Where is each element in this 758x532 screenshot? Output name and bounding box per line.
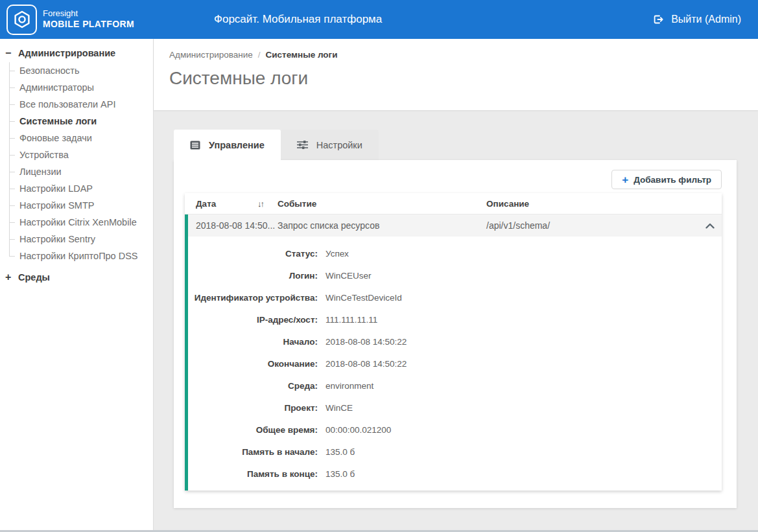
detail-label: Память в конце: [188, 469, 318, 479]
detail-value: 135.0 б [326, 469, 722, 479]
sort-icon[interactable]: ↓↑ [257, 199, 278, 209]
tab-panel: + Добавить фильтр Дата ↓↑ Событие Описан… [174, 160, 737, 508]
sidebar-item-environments[interactable]: + Среды [0, 268, 153, 286]
tab-settings[interactable]: Настройки [281, 130, 379, 160]
foresight-logo-icon [12, 10, 32, 29]
detail-label: Идентификатор устройства: [188, 293, 318, 303]
column-header-event: Событие [278, 199, 486, 209]
detail-label: Начало: [188, 337, 318, 347]
sidebar-children: Безопасность Администраторы Все пользова… [9, 62, 153, 264]
log-details: Статус: Успех Логин: WinCEUser Идентифик… [188, 237, 722, 491]
add-filter-button[interactable]: + Добавить фильтр [611, 170, 722, 189]
detail-value: 2018-08-08 14:50:22 [326, 337, 722, 347]
brand-product: MOBILE PLATFORM [43, 19, 134, 30]
detail-label: Проект: [188, 403, 318, 413]
detail-row-start: Начало: 2018-08-08 14:50:22 [188, 330, 722, 353]
expanded-log-entry: 2018-08-08 14:50... Запрос списка ресурс… [185, 214, 722, 491]
sidebar-item-licenses[interactable]: Лицензии [9, 163, 153, 180]
breadcrumb: Администрирование / Системные логи [169, 50, 758, 60]
tabs: Управление Настройки [174, 130, 758, 160]
table-row[interactable]: 2018-08-08 14:50... Запрос списка ресурс… [188, 214, 722, 237]
brand-name: Foresight [43, 8, 134, 19]
detail-row-environment: Среда: environment [188, 375, 722, 397]
detail-row-login: Логин: WinCEUser [188, 264, 722, 286]
detail-row-status: Статус: Успех [188, 242, 722, 264]
detail-value: WinCE [326, 403, 722, 413]
detail-value: WinCeTestDeviceId [326, 293, 722, 303]
main-content: Администрирование / Системные логи Систе… [154, 39, 758, 530]
column-header-date[interactable]: Дата [196, 199, 257, 209]
logs-table: Дата ↓↑ Событие Описание 2018-08-08 14:5… [185, 193, 722, 491]
detail-label: Общее время: [188, 425, 318, 435]
detail-value: 135.0 б [326, 447, 722, 457]
breadcrumb-parent[interactable]: Администрирование [169, 50, 253, 60]
cell-date: 2018-08-08 14:50... [196, 220, 278, 231]
sidebar-item-citrix-settings[interactable]: Настройки Citrix XenMobile [9, 214, 153, 231]
detail-label: Логин: [188, 271, 318, 281]
cell-event: Запрос списка ресурсов [278, 220, 486, 231]
plus-icon: + [622, 174, 628, 185]
detail-row-end: Окончание: 2018-08-08 14:50:22 [188, 353, 722, 375]
sidebar-item-ldap-settings[interactable]: Настройки LDAP [9, 180, 153, 197]
chevron-up-icon [705, 223, 715, 229]
table-header-row: Дата ↓↑ Событие Описание [185, 193, 722, 214]
app-header: Foresight MOBILE PLATFORM Форсайт. Мобил… [0, 0, 758, 39]
page-header: Администрирование / Системные логи Систе… [154, 39, 758, 110]
detail-value: environment [326, 381, 722, 391]
sidebar-item-cryptopro-settings[interactable]: Настройки КриптоПро DSS [9, 248, 153, 264]
sidebar-item-label: Администрирование [18, 48, 115, 58]
collapse-icon[interactable]: − [5, 47, 18, 59]
sidebar-item-security[interactable]: Безопасность [9, 62, 153, 79]
sidebar-item-devices[interactable]: Устройства [9, 146, 153, 163]
tab-management[interactable]: Управление [174, 130, 281, 160]
sidebar-item-administration[interactable]: − Администрирование [0, 44, 153, 62]
app-logo [6, 5, 37, 35]
add-filter-label: Добавить фильтр [634, 175, 711, 185]
tab-label: Настройки [316, 140, 362, 150]
collapse-row-button[interactable] [698, 223, 722, 229]
detail-label: Статус: [188, 249, 318, 259]
detail-value: 111.111.11.11 [326, 315, 722, 325]
sliders-icon [297, 140, 308, 150]
detail-label: Память в начале: [188, 447, 318, 457]
expand-icon[interactable]: + [5, 272, 18, 283]
detail-value: WinCEUser [326, 271, 722, 281]
detail-value: 00:00:00.021200 [326, 425, 722, 435]
detail-row-memory-start: Память в начале: 135.0 б [188, 441, 722, 463]
app-title: Форсайт. Мобильная платформа [214, 13, 382, 26]
logout-icon [652, 14, 664, 25]
detail-value: 2018-08-08 14:50:22 [326, 359, 722, 369]
column-header-description: Описание [486, 199, 698, 209]
detail-row-memory-end: Память в конце: 135.0 б [188, 463, 722, 485]
sidebar-item-administrators[interactable]: Администраторы [9, 79, 153, 96]
sidebar-item-sentry-settings[interactable]: Настройки Sentry [9, 231, 153, 248]
detail-label: Среда: [188, 381, 318, 391]
list-icon [190, 141, 200, 150]
breadcrumb-separator: / [258, 50, 261, 60]
detail-row-project: Проект: WinCE [188, 397, 722, 419]
brand-text: Foresight MOBILE PLATFORM [43, 8, 134, 30]
sidebar-item-system-logs[interactable]: Системные логи [9, 113, 153, 130]
breadcrumb-current: Системные логи [266, 50, 338, 60]
tab-label: Управление [209, 140, 265, 150]
page-body: Управление Настройки [154, 110, 758, 508]
detail-label: IP-адрес/хост: [188, 315, 318, 325]
table-toolbar: + Добавить фильтр [185, 170, 722, 189]
detail-row-total-time: Общее время: 00:00:00.021200 [188, 419, 722, 441]
sidebar-item-background-tasks[interactable]: Фоновые задачи [9, 130, 153, 146]
logout-button[interactable]: Выйти (Admin) [652, 14, 741, 25]
page-title: Системные логи [169, 68, 758, 89]
sidebar-item-smtp-settings[interactable]: Настройки SMTP [9, 197, 153, 214]
sidebar-item-api-users[interactable]: Все пользователи API [9, 96, 153, 113]
logout-label: Выйти (Admin) [671, 14, 741, 25]
cell-description: /api/v1/schema/ [486, 220, 698, 231]
detail-value: Успех [326, 249, 722, 259]
sidebar: − Администрирование Безопасность Админис… [0, 39, 154, 530]
detail-row-ip: IP-адрес/хост: 111.111.11.11 [188, 308, 722, 330]
detail-label: Окончание: [188, 359, 318, 369]
sidebar-item-label: Среды [18, 272, 50, 283]
detail-row-device-id: Идентификатор устройства: WinCeTestDevic… [188, 286, 722, 308]
